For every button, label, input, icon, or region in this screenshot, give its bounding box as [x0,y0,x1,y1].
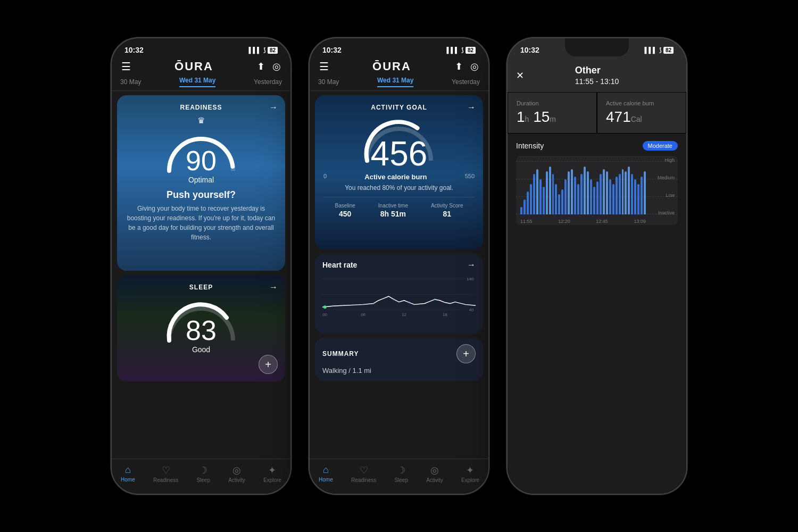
time-3: 10:32 [520,46,539,54]
readiness-gauge: ♛ 90 Optimal [126,115,277,184]
share-icon-1[interactable]: ⬆ [257,61,265,72]
nav-readiness-1[interactable]: ♡ Readiness [153,464,178,483]
bar-32 [622,169,624,215]
explore-icon-2: ✦ [466,464,474,476]
bar-0 [520,207,522,214]
svg-text:12: 12 [402,312,406,317]
time-1: 10:32 [124,46,144,54]
date-prev-2[interactable]: 30 May [318,78,339,86]
svg-point-8 [362,304,364,305]
ring-icon-2[interactable]: ◎ [470,61,479,72]
svg-text:06: 06 [361,312,366,317]
bar-33 [625,171,627,214]
sleep-nav-label-1: Sleep [196,477,210,483]
bar-27 [606,171,608,214]
score-stat-value: 81 [443,210,451,218]
summary-card[interactable]: SUMMARY + Walking / 1.1 mi [315,338,483,381]
date-prev-1[interactable]: 30 May [120,78,141,86]
sleep-icon-1: ☽ [199,464,207,476]
readiness-heading: Push yourself? [126,189,277,201]
nav-explore-1[interactable]: ✦ Explore [263,464,281,483]
ring-icon-1[interactable]: ◎ [272,61,281,72]
calorie-stat-value: 471Cal [606,109,677,126]
nav-activity-1[interactable]: ◎ Activity [228,464,245,483]
date-current-1[interactable]: Wed 31 May [179,77,215,87]
low-label: Low [666,193,675,198]
hr-card[interactable]: Heart rate → 140 40 [315,254,483,334]
phone-2: 10:32 ▌▌▌ ⟆ 82 ☰ ŌURA ⬆ ◎ 30 May Wed 31 … [309,37,489,495]
bar-22 [590,179,592,215]
nav-explore-2[interactable]: ✦ Explore [461,464,479,483]
close-btn[interactable]: ✕ [516,70,524,81]
intensity-section: Intensity Moderate High Medium Low [508,134,686,495]
calorie-stat-label: Active calorie burn [606,100,677,106]
status-icons-1: ▌▌▌ ⟆ 82 [248,47,278,54]
bottom-nav-1: ⌂ Home ♡ Readiness ☽ Sleep ◎ Activity ✦ … [112,459,290,494]
sleep-nav-label-2: Sleep [394,477,408,483]
chart-x-labels: 11:55 12:20 12:45 13:09 [520,219,646,224]
detail-time: 11:55 - 13:10 [575,77,619,86]
nav-activity-2[interactable]: ◎ Activity [426,464,443,483]
detail-stats: Duration 1h 15m Active calorie burn 471C… [508,92,686,134]
status-icons-3: ▌▌▌ ⟆ 82 [644,47,674,54]
svg-text:140: 140 [467,277,473,281]
readiness-label: Optimal [188,176,214,184]
bar-7 [543,187,545,214]
bar-9 [549,167,551,214]
summary-title: SUMMARY [322,350,359,358]
calorie-number: 471 [606,109,631,125]
readiness-title: READINESS [126,104,277,111]
nav-readiness-2[interactable]: ♡ Readiness [351,464,376,483]
date-bar-2: 30 May Wed 31 May Yesterday [310,73,488,91]
phone-1: 10:32 ▌▌▌ ⟆ 82 ☰ ŌURA ⬆ ◎ 30 May Wed 31 … [111,37,292,495]
nav-home-1[interactable]: ⌂ Home [121,464,135,483]
activity-desc: You reached 80% of your activity goal. [323,184,475,192]
x-label-1: 12:20 [558,219,570,224]
sleep-title: SLEEP [126,284,277,291]
sleep-card[interactable]: → SLEEP 83 Good + [117,275,285,381]
activity-nav-label-2: Activity [426,477,443,483]
nav-header-1: ☰ ŌURA ⬆ ◎ [112,56,290,73]
sleep-plus-btn[interactable]: + [259,355,278,374]
bar-37 [637,184,639,214]
home-label-2: Home [319,477,333,483]
summary-plus-btn[interactable]: + [456,344,476,363]
nav-home-2[interactable]: ⌂ Home [319,464,333,483]
date-next-1[interactable]: Yesterday [254,78,282,86]
readiness-label-1: Readiness [153,477,178,483]
nav-sleep-2[interactable]: ☽ Sleep [394,464,408,483]
home-label-1: Home [121,477,135,483]
date-current-2[interactable]: Wed 31 May [377,77,413,87]
intensity-chart: High Medium Low Inactive [516,156,678,225]
svg-point-5 [332,305,334,307]
bar-31 [619,174,621,214]
hr-chart: 140 40 00 06 [322,273,476,321]
bar-18 [577,184,579,214]
inactive-label: Inactive [658,210,675,215]
sleep-icon-2: ☽ [397,464,405,476]
duration-minutes: 15 [533,109,550,125]
battery-1: 82 [268,47,278,54]
date-next-2[interactable]: Yesterday [452,78,480,86]
duration-hours: 1 [517,109,525,125]
hr-arrow[interactable]: → [467,260,476,270]
nav-sleep-1[interactable]: ☽ Sleep [196,464,210,483]
svg-text:40: 40 [469,307,474,312]
readiness-card[interactable]: → READINESS ♛ 90 Optimal Push yourself? … [117,95,285,271]
readiness-score: 90 [186,147,217,174]
activity-stats: Baseline 450 Inactive time 8h 51m Activi… [323,197,475,218]
bar-28 [609,179,611,215]
menu-icon-1[interactable]: ☰ [121,60,131,73]
bar-8 [546,171,548,214]
activity-card[interactable]: → ACTIVITY GOAL 456 0 Active calorie bur… [315,95,483,250]
phone-3: 10:32 ▌▌▌ ⟆ 82 ✕ Other 11:55 - 13:10 Dur… [506,37,687,495]
svg-point-10 [393,298,395,300]
share-icon-2[interactable]: ⬆ [455,61,463,72]
calorie-label: Active calorie burn [364,173,427,181]
x-label-2: 12:45 [596,219,608,224]
bar-6 [539,179,542,215]
svg-point-13 [454,301,456,303]
explore-label-1: Explore [263,477,281,483]
calorie-min: 0 [323,173,327,181]
menu-icon-2[interactable]: ☰ [319,60,329,73]
